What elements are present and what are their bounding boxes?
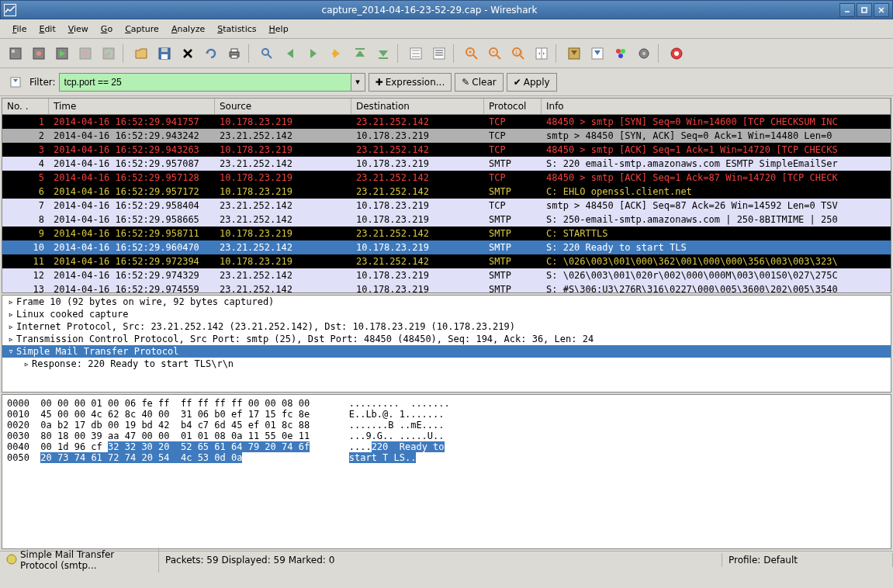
title-bar: capture_2014-04-16-23-52-29.cap - Wiresh… (0, 0, 893, 19)
menu-file[interactable]: File (6, 22, 33, 36)
menu-bar: File Edit View Go Capture Analyze Statis… (0, 19, 893, 39)
svg-point-62 (642, 52, 646, 55)
packet-details-pane[interactable]: ▹Frame 10 (92 bytes on wire, 92 bytes ca… (2, 295, 891, 393)
packet-row[interactable]: 32014-04-16 16:52:29.94326310.178.23.219… (2, 143, 891, 157)
packet-row[interactable]: 72014-04-16 16:52:29.95840423.21.252.142… (2, 199, 891, 213)
print-icon[interactable] (223, 43, 245, 64)
svg-marker-30 (379, 50, 388, 57)
hex-line[interactable]: 0020 0a b2 17 db 00 19 bd 42 b4 c7 6d 45… (7, 420, 886, 431)
filter-input[interactable] (60, 74, 351, 91)
go-forward-icon[interactable] (303, 43, 324, 64)
minimize-button[interactable] (839, 3, 855, 17)
detail-row[interactable]: ▹Linux cooked capture (2, 308, 891, 320)
zoom-out-icon[interactable] (484, 43, 506, 64)
tree-expander-icon[interactable]: ▹ (5, 296, 16, 307)
col-time[interactable]: Time (49, 99, 215, 114)
packet-bytes-pane[interactable]: 0000 00 00 00 01 00 06 fe ff ff ff ff ff… (2, 394, 891, 549)
open-icon[interactable] (130, 43, 152, 64)
hex-line[interactable]: 0050 20 73 74 61 72 74 20 54 4c 53 0d 0a… (7, 452, 886, 463)
go-last-icon[interactable] (372, 43, 394, 64)
packet-row[interactable]: 22014-04-16 16:52:29.94324223.21.252.142… (2, 129, 891, 143)
col-destination[interactable]: Destination (351, 99, 484, 114)
hex-line[interactable]: 0030 80 18 00 39 aa 47 00 00 01 01 08 0a… (7, 431, 886, 441)
menu-view[interactable]: View (62, 22, 95, 36)
reload-icon[interactable] (200, 43, 222, 64)
check-icon: ✔ (514, 77, 521, 88)
packet-row[interactable]: 12014-04-16 16:52:29.94175710.178.23.219… (2, 115, 891, 129)
detail-row[interactable]: ▹Frame 10 (92 bytes on wire, 92 bytes ca… (2, 296, 891, 308)
tree-expander-icon[interactable]: ▿ (5, 346, 16, 357)
packet-row[interactable]: 62014-04-16 16:52:29.95717210.178.23.219… (2, 185, 891, 199)
zoom-in-icon[interactable] (461, 43, 483, 64)
expert-info-icon[interactable] (6, 554, 17, 567)
apply-button[interactable]: ✔Apply (507, 73, 557, 92)
auto-scroll-icon[interactable] (428, 43, 450, 64)
close-button[interactable] (874, 3, 889, 17)
expression-button[interactable]: ✚Expression... (369, 73, 452, 92)
maximize-button[interactable] (857, 3, 872, 17)
menu-analyze[interactable]: Analyze (165, 22, 211, 36)
interfaces-icon[interactable] (5, 43, 26, 64)
menu-edit[interactable]: Edit (33, 22, 61, 36)
svg-rect-20 (231, 49, 237, 52)
status-profile[interactable]: Profile: Default (722, 553, 893, 567)
detail-row[interactable]: ▹Internet Protocol, Src: 23.21.252.142 (… (2, 320, 891, 333)
detail-row[interactable]: ▹Transmission Control Protocol, Src Port… (2, 333, 891, 345)
detail-row[interactable]: ▿Simple Mail Transfer Protocol (2, 345, 891, 358)
menu-capture[interactable]: Capture (119, 22, 165, 36)
hex-line[interactable]: 0040 00 1d 96 cf 32 32 30 20 52 65 61 64… (7, 441, 886, 452)
resize-columns-icon[interactable] (531, 43, 552, 64)
restart-capture-icon[interactable] (98, 43, 119, 64)
svg-text:1:1: 1:1 (514, 50, 523, 56)
tree-expander-icon[interactable]: ▹ (5, 321, 16, 332)
svg-rect-5 (12, 50, 15, 53)
menu-statistics[interactable]: Statistics (211, 22, 262, 36)
hex-line[interactable]: 0010 45 00 00 4c 62 8c 40 00 31 06 b0 ef… (7, 409, 886, 420)
packet-row[interactable]: 42014-04-16 16:52:29.95708723.21.252.142… (2, 157, 891, 171)
clear-button[interactable]: ✎Clear (455, 73, 503, 92)
packet-row[interactable]: 112014-04-16 16:52:29.97239410.178.23.21… (2, 254, 891, 268)
display-filters-icon[interactable] (587, 43, 608, 64)
col-no[interactable]: No. . (2, 99, 49, 114)
close-file-icon[interactable] (177, 43, 199, 64)
coloring-rules-icon[interactable] (610, 43, 632, 64)
packet-row[interactable]: 122014-04-16 16:52:29.97432923.21.252.14… (2, 268, 891, 282)
start-capture-icon[interactable] (51, 43, 73, 64)
stop-capture-icon[interactable] (74, 43, 96, 64)
menu-go[interactable]: Go (95, 22, 119, 36)
tree-expander-icon[interactable]: ▹ (21, 358, 32, 369)
menu-help[interactable]: Help (263, 22, 295, 36)
colorize-icon[interactable] (405, 43, 427, 64)
packet-list-pane[interactable]: No. . Time Source Destination Protocol I… (2, 98, 891, 293)
packet-row[interactable]: 132014-04-16 16:52:29.97455923.21.252.14… (2, 282, 891, 293)
filter-bookmark-icon[interactable] (5, 71, 26, 93)
brush-icon: ✎ (462, 77, 469, 88)
go-back-icon[interactable] (279, 43, 301, 64)
packet-row[interactable]: 102014-04-16 16:52:29.96047023.21.252.14… (2, 240, 891, 254)
tree-expander-icon[interactable]: ▹ (5, 334, 16, 344)
svg-point-59 (621, 49, 625, 54)
col-source[interactable]: Source (215, 99, 351, 114)
col-info[interactable]: Info (542, 99, 891, 114)
find-icon[interactable] (256, 43, 278, 64)
detail-row[interactable]: ▹Response: 220 Ready to start TLS\r\n (2, 358, 891, 370)
capture-filters-icon[interactable] (563, 43, 585, 64)
go-to-packet-icon[interactable] (326, 43, 348, 64)
svg-line-45 (497, 55, 500, 59)
packet-row[interactable]: 92014-04-16 16:52:29.95871110.178.23.219… (2, 227, 891, 240)
filter-dropdown-icon[interactable]: ▾ (351, 74, 365, 91)
preferences-icon[interactable] (633, 43, 655, 64)
packet-row[interactable]: 82014-04-16 16:52:29.95866523.21.252.142… (2, 213, 891, 227)
hex-line[interactable]: 0000 00 00 00 01 00 06 fe ff ff ff ff ff… (7, 398, 886, 409)
options-icon[interactable] (28, 43, 50, 64)
svg-point-58 (616, 49, 621, 54)
col-protocol[interactable]: Protocol (484, 99, 542, 114)
packet-row[interactable]: 52014-04-16 16:52:29.95712810.178.23.219… (2, 171, 891, 185)
svg-rect-21 (231, 55, 237, 58)
svg-point-64 (674, 51, 679, 56)
tree-expander-icon[interactable]: ▹ (5, 309, 16, 320)
help-icon[interactable] (666, 43, 687, 64)
save-icon[interactable] (154, 43, 175, 64)
go-first-icon[interactable] (349, 43, 371, 64)
zoom-reset-icon[interactable]: 1:1 (507, 43, 529, 64)
